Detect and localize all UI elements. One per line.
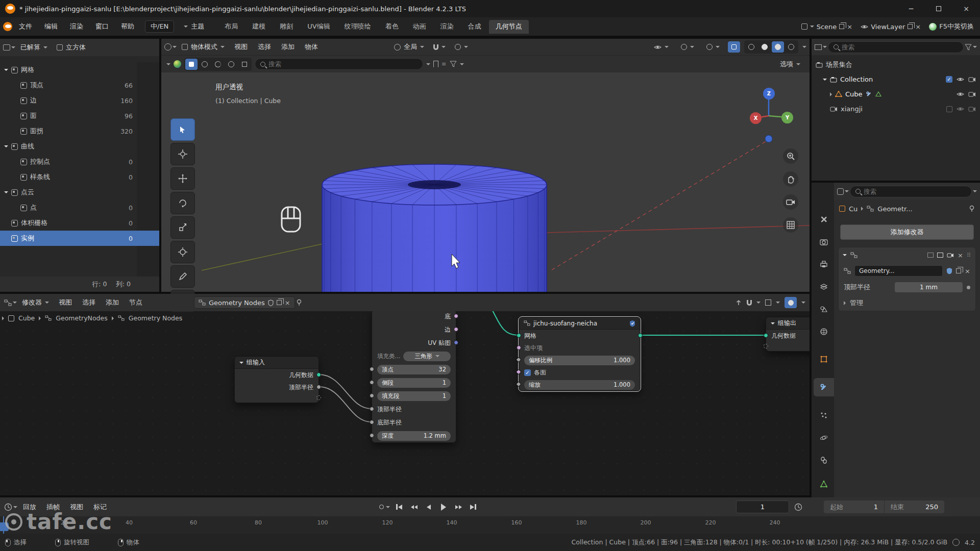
filter-chevron[interactable] [973,46,977,48]
pin-icon[interactable] [969,205,975,212]
proportional-edit-toggle[interactable] [451,41,472,53]
side-output-socket[interactable] [454,327,458,332]
bottom-output-socket[interactable] [454,314,458,318]
theme-menu[interactable]: 主题 [178,20,210,33]
workspace-animation[interactable]: 动画 [406,20,433,34]
tab-object[interactable] [814,350,834,368]
node-group-input[interactable]: 组输入 几何数据 顶部半径 [234,356,319,403]
side-seg-input-socket[interactable] [370,380,374,385]
node-menu-view[interactable]: 视图 [54,296,77,309]
node-header[interactable]: 组输出 [766,317,810,330]
animate-dot-icon[interactable] [967,286,970,289]
tab-world[interactable] [814,322,834,341]
properties-search-input[interactable] [864,188,966,195]
outliner-scene-collection[interactable]: 场景集合 [812,57,980,72]
new-layer-icon[interactable] [908,24,913,29]
zoom-button[interactable] [783,148,798,164]
visibility-dropdown[interactable] [650,41,673,53]
node-header[interactable]: jichu-suofang-neicha [519,317,640,330]
toggle-render-icon[interactable] [947,253,954,258]
workspace-compositing[interactable]: 合成 [461,20,488,34]
viewport-menu-view[interactable]: 视图 [230,41,252,53]
bottom-radius-input-socket[interactable] [370,420,374,424]
fake-user-shield-icon[interactable] [268,299,274,306]
hide-eye-icon[interactable] [957,76,964,83]
node-group-jichu-suofang-neicha[interactable]: jichu-suofang-neicha 网格 选中项 偏移比例1.000 ✓各… [519,317,641,391]
radius-output-socket[interactable] [316,385,321,389]
scene-selector[interactable]: Scene × [798,20,856,33]
overlay-ball-toggle[interactable] [785,297,797,308]
properties-editor-icon[interactable] [837,188,844,195]
current-frame-field[interactable]: 1 [736,500,789,513]
object-dropdown[interactable]: 立方体 [53,41,90,54]
viewport-search-input[interactable] [268,60,418,68]
gizmo-dropdown[interactable] [677,41,698,53]
row-splines[interactable]: 样条线0 [0,169,159,185]
tab-object-data[interactable] [814,475,834,493]
shading-wireframe[interactable] [745,41,757,53]
mesh-input-socket[interactable] [517,333,521,338]
fill-seg-field[interactable]: 填充段1 [377,391,451,401]
outliner-cube[interactable]: Cube [812,87,980,102]
menu-window[interactable]: 窗口 [90,20,114,33]
tab-render[interactable] [814,233,834,251]
toggle-editmode-icon[interactable] [927,253,934,258]
collection-checkbox[interactable]: ✓ [946,76,952,83]
workspace-sculpt[interactable]: 雕刻 [273,20,300,34]
tool-transform[interactable] [170,241,195,263]
tab-constraints[interactable] [814,451,834,469]
lang-switch-hint[interactable]: F5中英切换 [926,20,977,33]
row-instances[interactable]: 实例0 [0,231,159,246]
render-camera-icon[interactable] [968,77,976,83]
menu-edit[interactable]: 编辑 [39,20,63,33]
close-button[interactable]: × [952,0,980,17]
toggle-textured[interactable] [185,59,198,70]
uv-output-socket[interactable] [454,340,458,345]
tool-popup-chevron[interactable] [166,63,170,65]
menu-render[interactable]: 渲染 [64,20,89,33]
node-menu-add[interactable]: 添加 [101,296,124,309]
node-cylinder[interactable]: 底 边 UV 贴图 填充类... 三角形 顶点32 侧段1 填充段1 顶部半径 … [372,309,456,443]
param-value-field[interactable]: 1 mm [895,282,963,292]
row-vertices[interactable]: 顶点66 [0,78,159,93]
shading-rendered[interactable] [785,41,797,53]
unlink-node-tree-icon[interactable]: × [285,299,290,306]
list-icon[interactable]: ≡ [442,61,447,67]
dataset-dropdown[interactable]: 已解算 [16,41,52,54]
crumb-geometry-nodes-tree[interactable]: Geometry Nodes [129,314,182,322]
drag-handle-icon[interactable]: ⠿ [967,252,971,259]
tab-physics[interactable] [814,429,834,447]
node-mode-dropdown[interactable]: 修改器 [18,296,53,309]
toggle-grid[interactable] [238,59,251,70]
individual-checkbox[interactable]: ✓ [524,369,531,376]
tab-tool[interactable] [814,210,834,229]
snap-toggle[interactable] [429,41,450,53]
outliner-camera[interactable]: xiangji [812,102,980,116]
frame-start-field[interactable]: 起始1 [824,500,884,513]
overlay-chevron[interactable] [801,302,805,304]
row-point-cloud[interactable]: 点云 [0,185,159,200]
sync-dropdown[interactable] [378,501,391,513]
crumb-cube[interactable]: Cube [18,314,35,322]
clock-icon[interactable] [794,503,802,511]
workspace-layout[interactable]: 布局 [218,20,244,34]
tool-cursor[interactable] [170,143,195,165]
jump-to-end-button[interactable] [467,501,480,513]
shading-dropdown[interactable] [802,46,806,48]
workspace-texture-paint[interactable]: 纹理喷绘 [338,20,378,34]
menu-help[interactable]: 帮助 [115,20,140,33]
render-camera-icon[interactable] [968,106,976,112]
vertices-input-socket[interactable] [370,367,374,371]
workspace-rendering[interactable]: 渲染 [434,20,460,34]
minimize-button[interactable]: ─ [897,0,925,17]
offset-field[interactable]: 偏移比例1.000 [524,356,635,365]
tool-scale[interactable] [170,216,195,239]
camera-view-button[interactable] [783,194,798,210]
remove-layer-icon[interactable]: × [915,23,921,30]
blender-menu-icon[interactable] [3,22,12,31]
pin-icon[interactable] [296,299,302,306]
grid-snap-icon[interactable] [765,299,771,306]
search-filter-chevron[interactable] [426,63,430,65]
orientation-dropdown[interactable]: 全局 [390,41,428,53]
node-menu-node[interactable]: 节点 [125,296,147,309]
